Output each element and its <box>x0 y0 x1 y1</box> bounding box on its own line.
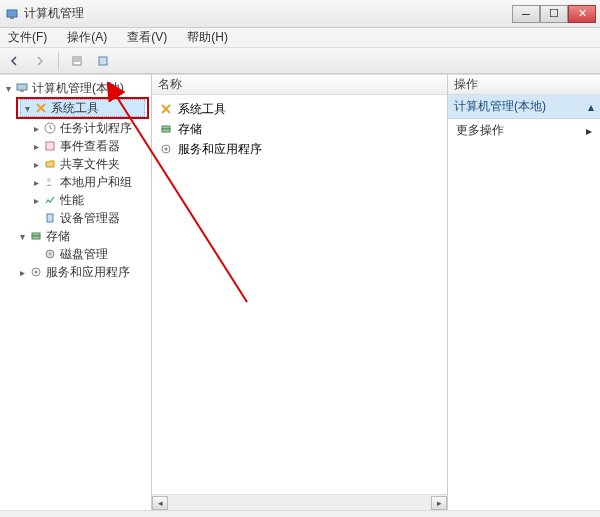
tree-system-tools[interactable]: ▾ 系统工具 <box>20 99 145 117</box>
scroll-right-button[interactable]: ▸ <box>431 496 447 510</box>
performance-icon <box>42 192 58 208</box>
annotation-highlight: ▾ 系统工具 <box>16 97 149 119</box>
folder-shared-icon <box>42 156 58 172</box>
tree-device-manager[interactable]: 设备管理器 <box>30 209 149 227</box>
svg-rect-1 <box>10 17 14 19</box>
action-section-header[interactable]: 计算机管理(本地) ▴ <box>448 95 600 119</box>
svg-rect-19 <box>162 129 170 132</box>
menu-help[interactable]: 帮助(H) <box>183 27 232 48</box>
svg-rect-0 <box>7 10 17 17</box>
properties-button[interactable] <box>67 51 87 71</box>
tree-task-scheduler[interactable]: ▸ 任务计划程序 <box>30 119 149 137</box>
menu-action[interactable]: 操作(A) <box>63 27 111 48</box>
device-icon <box>42 210 58 226</box>
tree-services[interactable]: ▸ 服务和应用程序 <box>16 263 149 281</box>
tree-disk-management[interactable]: 磁盘管理 <box>30 245 149 263</box>
tree-storage-label: 存储 <box>46 228 70 245</box>
tree-performance-label: 性能 <box>60 192 84 209</box>
collapse-icon[interactable]: ▾ <box>16 231 28 242</box>
back-button[interactable] <box>4 51 24 71</box>
tree-shared-folders[interactable]: ▸ 共享文件夹 <box>30 155 149 173</box>
minimize-button[interactable]: ─ <box>512 5 540 23</box>
blank-toggle <box>30 249 42 260</box>
tree-local-users-label: 本地用户和组 <box>60 174 132 191</box>
svg-rect-11 <box>47 214 53 222</box>
close-button[interactable]: ✕ <box>568 5 596 23</box>
action-more-label: 更多操作 <box>456 122 504 139</box>
list-scrollbar[interactable]: ◂ ▸ <box>152 494 447 510</box>
expand-icon[interactable]: ▸ <box>16 267 28 278</box>
storage-icon <box>158 121 174 137</box>
content-area: ▾ 计算机管理(本地) ▾ 系统工具 ▸ 任务计划程序 ▸ <box>0 74 600 510</box>
list-item-system-tools[interactable]: 系统工具 <box>156 99 443 119</box>
toolbar-separator <box>58 52 59 70</box>
tree-services-label: 服务和应用程序 <box>46 264 130 281</box>
forward-button[interactable] <box>30 51 50 71</box>
tree-storage[interactable]: ▾ 存储 <box>16 227 149 245</box>
list-item-label: 系统工具 <box>178 101 226 118</box>
svg-rect-7 <box>20 90 24 92</box>
list-item-label: 服务和应用程序 <box>178 141 262 158</box>
list-item-storage[interactable]: 存储 <box>156 119 443 139</box>
svg-rect-5 <box>99 57 107 65</box>
event-icon <box>42 138 58 154</box>
titlebar: 计算机管理 ─ ☐ ✕ <box>0 0 600 28</box>
menu-file[interactable]: 文件(F) <box>4 27 51 48</box>
tree-panel[interactable]: ▾ 计算机管理(本地) ▾ 系统工具 ▸ 任务计划程序 ▸ <box>0 75 152 510</box>
menubar: 文件(F) 操作(A) 查看(V) 帮助(H) <box>0 28 600 48</box>
tree-root-label: 计算机管理(本地) <box>32 80 124 97</box>
svg-point-10 <box>47 178 51 182</box>
scroll-track[interactable] <box>168 496 431 510</box>
svg-point-17 <box>35 271 38 274</box>
services-icon <box>158 141 174 157</box>
users-icon <box>42 174 58 190</box>
list-body[interactable]: 系统工具 存储 服务和应用程序 <box>152 95 447 494</box>
list-item-services[interactable]: 服务和应用程序 <box>156 139 443 159</box>
expand-icon[interactable]: ▸ <box>30 177 42 188</box>
app-icon <box>4 6 20 22</box>
expand-icon[interactable]: ▸ <box>30 195 42 206</box>
actions-panel: 操作 计算机管理(本地) ▴ 更多操作 ▸ <box>448 75 600 510</box>
tools-icon <box>158 101 174 117</box>
services-icon <box>28 264 44 280</box>
tree-disk-management-label: 磁盘管理 <box>60 246 108 263</box>
status-strip <box>0 510 600 517</box>
svg-rect-6 <box>17 84 27 90</box>
action-more[interactable]: 更多操作 ▸ <box>448 119 600 142</box>
list-header-name[interactable]: 名称 <box>152 75 447 95</box>
collapse-icon[interactable]: ▾ <box>21 103 33 114</box>
chevron-right-icon: ▸ <box>586 124 592 138</box>
tree-performance[interactable]: ▸ 性能 <box>30 191 149 209</box>
expand-icon[interactable]: ▸ <box>30 159 42 170</box>
collapse-icon[interactable]: ▾ <box>2 83 14 94</box>
svg-rect-13 <box>32 236 40 239</box>
blank-toggle <box>30 213 42 224</box>
tree-device-manager-label: 设备管理器 <box>60 210 120 227</box>
collapse-icon[interactable]: ▴ <box>588 100 594 114</box>
actions-body: 计算机管理(本地) ▴ 更多操作 ▸ <box>448 95 600 510</box>
menu-view[interactable]: 查看(V) <box>123 27 171 48</box>
maximize-button[interactable]: ☐ <box>540 5 568 23</box>
window-title: 计算机管理 <box>24 5 512 22</box>
scroll-left-button[interactable]: ◂ <box>152 496 168 510</box>
window-controls: ─ ☐ ✕ <box>512 5 596 23</box>
tree-event-viewer-label: 事件查看器 <box>60 138 120 155</box>
tree-local-users[interactable]: ▸ 本地用户和组 <box>30 173 149 191</box>
toolbar <box>0 48 600 74</box>
tree-system-tools-label: 系统工具 <box>51 100 99 117</box>
list-item-label: 存储 <box>178 121 202 138</box>
svg-point-15 <box>49 253 51 255</box>
expand-icon[interactable]: ▸ <box>30 141 42 152</box>
tree-event-viewer[interactable]: ▸ 事件查看器 <box>30 137 149 155</box>
tree-shared-folders-label: 共享文件夹 <box>60 156 120 173</box>
storage-icon <box>28 228 44 244</box>
expand-icon[interactable]: ▸ <box>30 123 42 134</box>
tree-root[interactable]: ▾ 计算机管理(本地) <box>2 79 149 97</box>
help-button[interactable] <box>93 51 113 71</box>
svg-point-21 <box>165 148 168 151</box>
disk-icon <box>42 246 58 262</box>
action-section-label: 计算机管理(本地) <box>454 98 546 115</box>
computer-icon <box>14 80 30 96</box>
svg-rect-9 <box>46 142 54 150</box>
tools-icon <box>33 100 49 116</box>
